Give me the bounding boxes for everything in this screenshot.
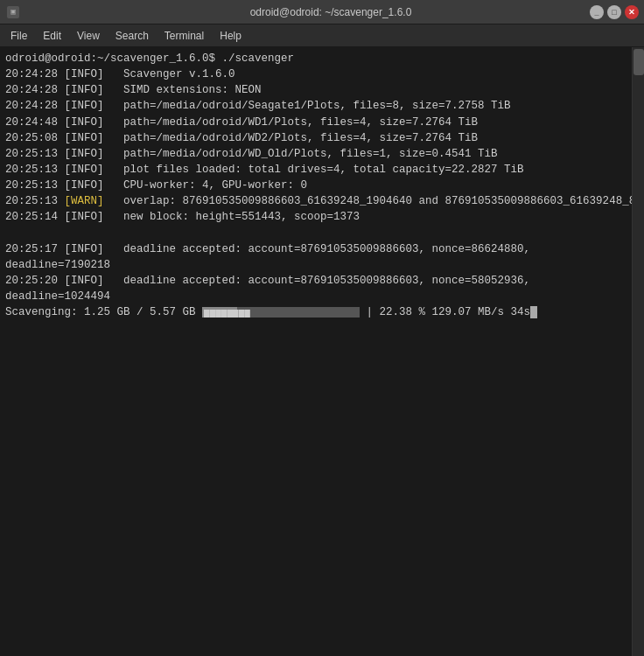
log-line: 20:25:14 [INFO] new block: height=551443… [5, 211, 360, 223]
log-line: 20:25:13 [INFO] CPU-worker: 4, GPU-worke… [5, 179, 307, 192]
titlebar: ▣ odroid@odroid: ~/scavenger_1.6.0 _ □ ✕ [0, 0, 644, 24]
scrollbar[interactable] [632, 47, 644, 656]
minimize-button[interactable]: _ [590, 5, 604, 19]
log-line: 20:25:13 [INFO] path=/media/odroid/WD_Ol… [5, 148, 498, 160]
menu-item-edit[interactable]: Edit [36, 28, 68, 44]
log-line: 20:24:28 [INFO] Scavenger v.1.6.0 [5, 68, 235, 80]
close-button[interactable]: ✕ [625, 5, 639, 19]
log-line: 20:25:13 [INFO] plot files loaded: total… [5, 164, 524, 176]
scrollbar-thumb[interactable] [634, 49, 644, 75]
log-line: 20:24:28 [INFO] SIMD extensions: NEON [5, 84, 262, 96]
log-line: 20:25:17 [INFO] deadline accepted: accou… [5, 243, 530, 271]
maximize-button[interactable]: □ [607, 5, 621, 19]
menu-item-view[interactable]: View [70, 28, 107, 44]
log-line: 20:25:13 [WARN] overlap: 876910535009886… [5, 195, 644, 207]
menubar: FileEditViewSearchTerminalHelp [0, 24, 644, 47]
menu-item-help[interactable]: Help [213, 28, 248, 44]
terminal-icon: ▣ [7, 6, 19, 18]
cursor [530, 306, 537, 318]
window-title: odroid@odroid: ~/scavenger_1.6.0 [24, 6, 637, 18]
menu-item-file[interactable]: File [4, 28, 34, 44]
log-line: 20:25:08 [INFO] path=/media/odroid/WD2/P… [5, 132, 478, 144]
progress-bar: ████████ [202, 307, 360, 318]
progress-line: Scavenging: 1.25 GB / 5.57 GB [5, 306, 202, 318]
prompt-line: odroid@odroid:~/scavenger_1.6.0$ ./scave… [5, 52, 294, 65]
terminal[interactable]: odroid@odroid:~/scavenger_1.6.0$ ./scave… [0, 47, 644, 656]
log-line: 20:25:20 [INFO] deadline accepted: accou… [5, 275, 530, 303]
window-controls: _ □ ✕ [590, 5, 639, 19]
log-line: 20:24:48 [INFO] path=/media/odroid/WD1/P… [5, 116, 478, 129]
menu-item-search[interactable]: Search [108, 28, 156, 44]
progress-stats: | 22.38 % 129.07 MB/s 34s [360, 306, 530, 318]
menu-item-terminal[interactable]: Terminal [158, 28, 211, 44]
terminal-content: odroid@odroid:~/scavenger_1.6.0$ ./scave… [5, 51, 625, 320]
log-line: 20:24:28 [INFO] path=/media/odroid/Seaga… [5, 100, 511, 112]
